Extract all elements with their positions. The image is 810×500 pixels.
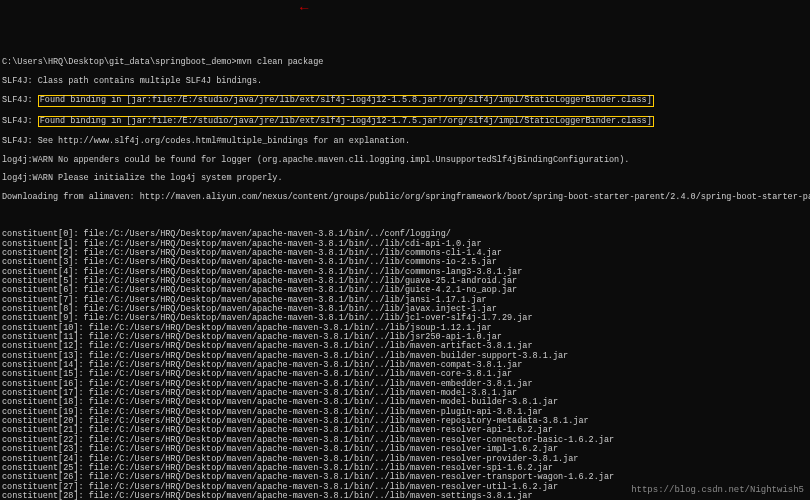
constituent-list: constituent[0]: file:/C:/Users/HRQ/Deskt… xyxy=(2,230,808,500)
watermark-text: https://blog.csdn.net/Nightwish5 xyxy=(631,486,804,496)
command-prompt-line: C:\Users\HRQ\Desktop\git_data\springboot… xyxy=(2,58,808,67)
slf4j-info-line: SLF4J: See http://www.slf4j.org/codes.ht… xyxy=(2,137,808,146)
slf4j-warning-line: SLF4J: Class path contains multiple SLF4… xyxy=(2,77,808,86)
log4j-warn-line: log4j:WARN Please initialize the log4j s… xyxy=(2,174,808,183)
download-line: Downloading from alimaven: http://maven.… xyxy=(2,193,808,202)
slf4j-binding-line: SLF4J: Found binding in [jar:file:/E:/st… xyxy=(2,116,808,127)
terminal-output: C:\Users\HRQ\Desktop\git_data\springboot… xyxy=(2,49,808,500)
binding-highlight-2: Found binding in [jar:file:/E:/studio/ja… xyxy=(38,116,654,127)
binding-highlight-1: Found binding in [jar:file:/E:/studio/ja… xyxy=(38,95,654,106)
log4j-warn-line: log4j:WARN No appenders could be found f… xyxy=(2,156,808,165)
annotation-arrow-icon: ← xyxy=(300,1,308,16)
slf4j-binding-line: SLF4J: Found binding in [jar:file:/E:/st… xyxy=(2,95,808,106)
